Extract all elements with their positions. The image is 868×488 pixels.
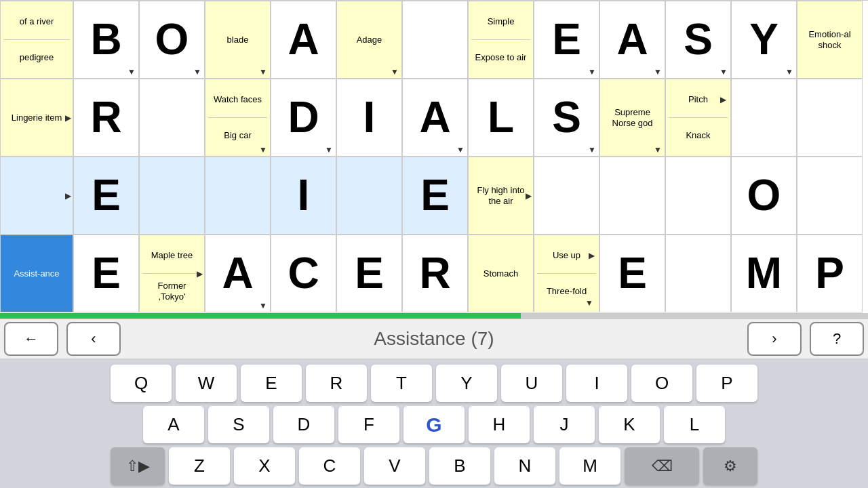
key-backspace[interactable]: ⌫ xyxy=(625,447,699,485)
key-f[interactable]: F xyxy=(338,406,399,443)
cell-empty-r3c1 xyxy=(0,157,73,235)
crossword-grid: of a river pedigree B O blade A Adage Si… xyxy=(0,0,868,313)
key-e[interactable]: E xyxy=(241,365,302,402)
clue-pitch-knack: Pitch Knack xyxy=(665,79,731,157)
clue-watch-bigcar: Watch faces Big car xyxy=(205,79,271,157)
cell-empty-r3c13 xyxy=(797,157,863,235)
key-u[interactable]: U xyxy=(501,365,562,402)
cell-a2[interactable]: A xyxy=(599,1,665,79)
key-i[interactable]: I xyxy=(566,365,627,402)
cell-d[interactable]: D xyxy=(271,79,336,157)
clue-stomach: Stomach xyxy=(468,235,534,312)
cell-o2[interactable]: O xyxy=(731,157,797,235)
clue-simple-expose: Simple Expose to air xyxy=(468,1,534,79)
keyboard: Q W E R T Y U I O P A S D F G H J K L ⇧▶… xyxy=(0,359,868,488)
cell-empty-r1c7 xyxy=(402,1,468,79)
next-btn[interactable]: › xyxy=(747,322,802,356)
cell-e4[interactable]: E xyxy=(73,235,139,312)
key-n[interactable]: N xyxy=(494,447,555,485)
cell-empty-r3c6 xyxy=(336,157,402,235)
cell-empty-r3c9 xyxy=(534,157,599,235)
key-y[interactable]: Y xyxy=(436,365,497,402)
key-w[interactable]: W xyxy=(176,365,237,402)
cell-e6[interactable]: E xyxy=(599,235,665,312)
cell-empty-r3c3 xyxy=(139,157,205,235)
cell-e3[interactable]: E xyxy=(402,157,468,235)
clue-assistance[interactable]: Assist-ance xyxy=(0,235,73,312)
key-k[interactable]: K xyxy=(599,406,660,443)
cell-r1[interactable]: R xyxy=(73,79,139,157)
cell-c[interactable]: C xyxy=(271,235,336,312)
cell-empty-r4c11 xyxy=(665,235,731,312)
cell-empty-r2c13 xyxy=(797,79,863,157)
clue-adage: Adage xyxy=(336,1,402,79)
clue-supreme-norse: Supreme Norse god xyxy=(599,79,665,157)
key-r[interactable]: R xyxy=(306,365,367,402)
cell-o[interactable]: O xyxy=(139,1,205,79)
clue-lingerie: Lingerie item xyxy=(0,79,73,157)
key-p[interactable]: P xyxy=(696,365,757,402)
cell-y[interactable]: Y xyxy=(731,1,797,79)
key-t[interactable]: T xyxy=(371,365,432,402)
cell-p[interactable]: P xyxy=(797,235,863,312)
key-b[interactable]: B xyxy=(429,447,490,485)
cell-e2[interactable]: E xyxy=(73,157,139,235)
assistance-label: Assistance (7) xyxy=(125,328,743,350)
clue-maple-tokyo: Maple tree Former ,Tokyo' xyxy=(139,235,205,312)
key-x[interactable]: X xyxy=(234,447,295,485)
key-q[interactable]: Q xyxy=(111,365,172,402)
key-g[interactable]: G xyxy=(403,406,465,443)
clue-blade: blade xyxy=(205,1,271,79)
clue-use-up-threefold: Use up Three-fold xyxy=(534,235,599,312)
cell-e5[interactable]: E xyxy=(336,235,402,312)
cell-empty-r3c11 xyxy=(665,157,731,235)
cell-e1[interactable]: E xyxy=(534,1,599,79)
prev-btn[interactable]: ‹ xyxy=(66,322,121,356)
key-shift[interactable]: ⇧▶ xyxy=(111,447,165,485)
key-h[interactable]: H xyxy=(469,406,530,443)
key-m[interactable]: M xyxy=(559,447,620,485)
cell-empty-r3c10 xyxy=(599,157,665,235)
clue-fly-high: Fly high into the air xyxy=(468,157,534,235)
back-btn[interactable]: ← xyxy=(4,322,58,356)
clue-of-a-river: of a river pedigree xyxy=(0,1,73,79)
key-c[interactable]: C xyxy=(299,447,360,485)
cell-empty-r2c3 xyxy=(139,79,205,157)
cell-a[interactable]: A xyxy=(271,1,336,79)
key-settings[interactable]: ⚙ xyxy=(703,447,757,485)
cell-empty-r3c4 xyxy=(205,157,271,235)
cell-m[interactable]: M xyxy=(731,235,797,312)
clue-emotional-shock: Emotion-al shock xyxy=(797,1,863,79)
key-a[interactable]: A xyxy=(143,406,204,443)
cell-s2[interactable]: S xyxy=(534,79,599,157)
cell-r2[interactable]: R xyxy=(402,235,468,312)
progress-bar-container xyxy=(0,313,868,319)
cell-b[interactable]: B xyxy=(73,1,139,79)
key-v[interactable]: V xyxy=(364,447,425,485)
key-z[interactable]: Z xyxy=(169,447,230,485)
keyboard-row-2: A S D F G H J K L xyxy=(0,406,868,443)
keyboard-row-1: Q W E R T Y U I O P xyxy=(0,365,868,402)
cell-i1[interactable]: I xyxy=(336,79,402,157)
key-j[interactable]: J xyxy=(534,406,595,443)
key-s[interactable]: S xyxy=(208,406,269,443)
cell-a4[interactable]: A xyxy=(205,235,271,312)
cell-l[interactable]: L xyxy=(468,79,534,157)
key-d[interactable]: D xyxy=(273,406,334,443)
cell-a3[interactable]: A xyxy=(402,79,468,157)
progress-bar xyxy=(0,313,521,319)
key-o[interactable]: O xyxy=(631,365,692,402)
cell-empty-r2c12 xyxy=(731,79,797,157)
help-btn[interactable]: ? xyxy=(810,322,864,356)
keyboard-row-3: ⇧▶ Z X C V B N M ⌫ ⚙ xyxy=(0,447,868,485)
bottom-bar: ← ‹ Assistance (7) › ? xyxy=(0,319,868,359)
cell-s1[interactable]: S xyxy=(665,1,731,79)
cell-i2[interactable]: I xyxy=(271,157,336,235)
key-l[interactable]: L xyxy=(664,406,725,443)
